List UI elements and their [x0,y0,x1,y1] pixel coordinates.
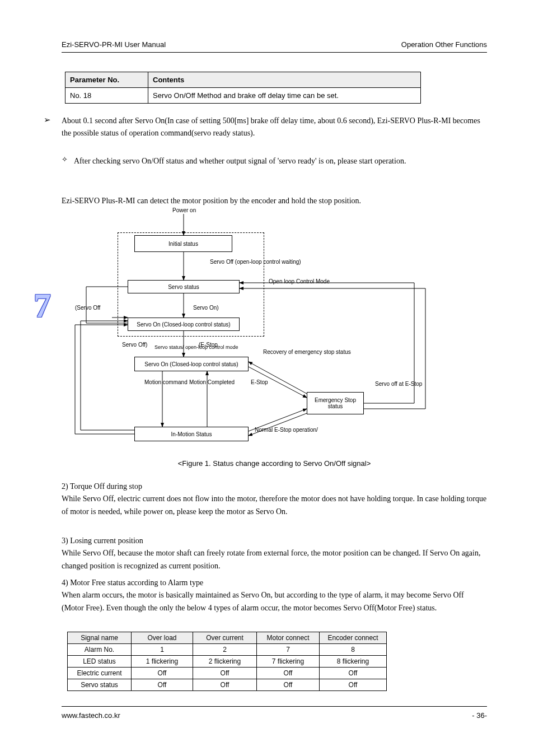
t2-r3: Electric current [68,668,132,679]
t1-r1c1: No. 18 [65,88,148,104]
chapter-number-7: 7 [34,286,51,325]
paragraph-1: About 0.1 second after Servo On(In case … [62,115,487,139]
t2-r2v3: 8 flickering [320,656,387,668]
t2-r1v1: 2 [193,644,257,656]
section-3-text-c: changed position is recognized as curren… [62,562,220,570]
t2-r1v3: 8 [320,644,387,656]
t2-r3v0: Off [132,668,193,679]
section-3-text-b: can be changed. If Servo On again, [371,549,481,557]
header-right: Operation Other Functions [401,40,487,49]
bullet-arrow-icon: ➢ [44,115,51,125]
alarm-table: Signal name Over load Over current Motor… [67,632,387,691]
figure-caption: <Figure 1. Status change according to Se… [62,459,487,468]
t2-r4v0: Off [132,679,193,691]
t2-h1: Signal name [68,632,132,644]
t2-r2v2: 7 flickering [257,656,320,668]
t2-r4v3: Off [320,679,387,691]
flowchart-arrows [62,207,487,454]
section-3-heading: 3) Losing current position [62,536,143,545]
section-4-heading: 4) Motor Free status according to Alarm … [62,578,203,587]
t2-r4: Servo status [68,679,132,691]
t2-h5: Encoder connect [320,632,387,644]
t1-r1c2: Servo On/Off Method and brake off delay … [148,88,421,104]
paragraph-2: After checking servo On/Off status and w… [74,155,487,167]
section-2-heading: 2) Torque Off during stop [62,482,142,491]
svg-line-8 [249,409,307,431]
t2-r4v1: Off [193,679,257,691]
svg-line-6 [249,367,307,398]
section-2-text: While Servo Off, electric current does n… [62,494,486,515]
t2-r2v1: 2 flickering [193,656,257,668]
footer-rule [62,706,487,707]
t2-r1v2: 7 [257,644,320,656]
t2-r1v0: 1 [132,644,193,656]
t2-r2v0: 1 flickering [132,656,193,668]
flowchart: Power on Initial status Servo Off (open-… [62,207,487,454]
t2-h2: Over load [132,632,193,644]
t2-r3v1: Off [193,668,257,679]
t2-r3v3: Off [320,668,387,679]
section-3-text-a: While Servo Off, because the motor shaft… [62,549,368,557]
footer-right: - 36- [472,711,487,720]
t1-h2: Contents [148,72,421,88]
header-left: Ezi-SERVO-PR-MI User Manual [62,40,166,49]
t2-r1: Alarm No. [68,644,132,656]
header-rule [62,52,487,53]
t2-h3: Over current [193,632,257,644]
t2-r4v2: Off [257,679,320,691]
t2-r3v2: Off [257,668,320,679]
footer-left: www.fastech.co.kr [62,711,120,720]
svg-line-7 [249,362,307,394]
section-4-text: When alarm occurs, the motor is basicall… [62,591,464,612]
t2-r2: LED status [68,656,132,668]
t2-h4: Motor connect [257,632,320,644]
svg-line-9 [249,413,307,436]
paragraph-3: Ezi-SERVO Plus-R-MI can detect the motor… [62,195,487,207]
bullet-diamond-icon: ✧ [62,155,68,164]
t1-h1: Parameter No. [65,72,148,88]
param-table: Parameter No. Contents No. 18 Servo On/O… [65,72,421,104]
